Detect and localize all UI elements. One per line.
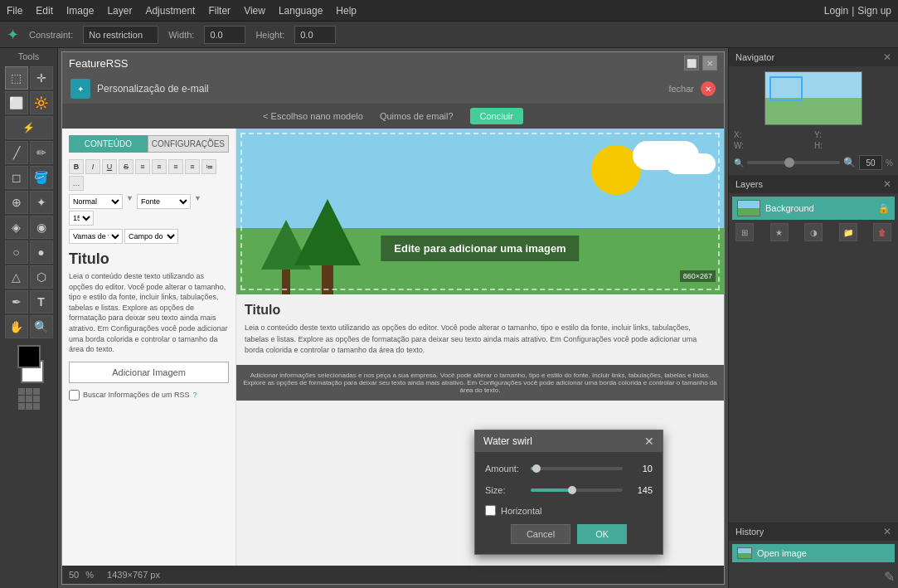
size-thumb[interactable] — [568, 486, 576, 494]
dodge-tool[interactable]: ○ — [5, 241, 28, 264]
menu-image[interactable]: Image — [66, 5, 94, 17]
layer-fx-btn[interactable]: ★ — [770, 223, 789, 241]
email-close-text[interactable]: fechar — [668, 84, 694, 94]
step-1[interactable]: < Escolhso nano modelo — [263, 111, 363, 121]
zoom-thumb[interactable] — [784, 158, 794, 168]
constraint-select[interactable]: No restriction — [83, 26, 158, 44]
conclude-button[interactable]: Concluir — [470, 108, 523, 124]
tab-config[interactable]: CONFIGURAÇÕES — [148, 135, 229, 153]
align-justify-btn[interactable]: ≡ — [185, 159, 200, 174]
add-image-button[interactable]: Adicionar Imagem — [69, 362, 229, 383]
marquee-tool[interactable]: ⬜ — [5, 91, 28, 114]
x-label: X: — [734, 130, 745, 139]
align-left-btn[interactable]: ≡ — [135, 159, 150, 174]
ok-button[interactable]: OK — [577, 524, 627, 544]
amount-thumb[interactable] — [532, 464, 541, 473]
horizontal-row: Horizontal — [485, 505, 653, 516]
wand-tool[interactable]: ⚡ — [5, 116, 53, 139]
layer-blend-btn[interactable]: ⊞ — [735, 223, 754, 241]
heal-tool[interactable]: ✦ — [30, 191, 53, 214]
navigator-close-btn[interactable]: ✕ — [883, 51, 891, 63]
menu-language[interactable]: Language — [279, 5, 323, 17]
menu-help[interactable]: Help — [336, 5, 357, 17]
text-tool[interactable]: T — [30, 290, 53, 313]
menu-login[interactable]: Login — [824, 5, 848, 17]
align-center-btn[interactable]: ≡ — [152, 159, 167, 174]
layers-close-btn[interactable]: ✕ — [883, 178, 891, 190]
email-close-btn[interactable]: ✕ — [701, 81, 716, 96]
history-header: History ✕ — [729, 522, 898, 541]
foreground-color[interactable] — [17, 345, 41, 368]
step-2[interactable]: Quimos de email? — [380, 111, 454, 121]
lasso-tool[interactable]: 🔆 — [30, 91, 53, 114]
fill-tool[interactable]: 🪣 — [30, 166, 53, 189]
tree-2 — [294, 199, 361, 294]
dialog-header: Water swirl ✕ — [475, 430, 663, 452]
navigator-zoom: 🔍 🔍 % — [734, 155, 893, 170]
right-panel: Navigator ✕ X: Y: W: H: 🔍 🔍 — [728, 48, 898, 588]
var-select-1[interactable]: Vamas de variáves — [69, 229, 123, 244]
layer-delete-btn[interactable]: 🗑 — [873, 223, 891, 241]
underline-btn[interactable]: U — [102, 159, 117, 174]
rss-help-icon[interactable]: ? — [193, 391, 197, 399]
email-scene: Edite para adicionar uma imagem 860×267 — [236, 129, 724, 294]
window-restore-btn[interactable]: ⬜ — [684, 56, 699, 70]
history-close-btn[interactable]: ✕ — [883, 526, 891, 537]
formatting-row-3: Vamas de variáves Campo do variáve — [69, 229, 229, 244]
dialog-close-btn[interactable]: ✕ — [644, 435, 654, 448]
bold-btn[interactable]: B — [69, 159, 84, 174]
more-btn[interactable]: … — [69, 176, 84, 191]
menu-layer[interactable]: Layer — [107, 5, 132, 17]
font-name-select[interactable]: Fonte — [137, 194, 191, 209]
height-label: Height: — [255, 30, 284, 40]
menu-adjustment[interactable]: Adjustment — [145, 5, 195, 17]
italic-btn[interactable]: I — [85, 159, 100, 174]
rss-checkbox[interactable] — [69, 390, 80, 401]
blur-tool[interactable]: ◉ — [30, 216, 53, 239]
strikethrough-btn[interactable]: S — [119, 159, 133, 174]
font-size-select[interactable]: 15 — [69, 211, 94, 226]
zoom-input[interactable] — [859, 155, 882, 170]
menu-file[interactable]: File — [7, 5, 22, 17]
zoom-value: 50 — [69, 570, 79, 580]
move-tool[interactable]: ✛ — [30, 66, 53, 90]
navigator-coords: X: Y: W: H: — [734, 130, 893, 150]
layer-mask-btn[interactable]: ◑ — [804, 223, 823, 241]
align-right-btn[interactable]: ≡ — [168, 159, 183, 174]
layer-group-btn[interactable]: 📁 — [839, 223, 857, 241]
zoom-tool[interactable]: 🔍 — [30, 315, 53, 338]
burn-tool[interactable]: ● — [30, 241, 53, 264]
zoom-track[interactable] — [747, 161, 840, 164]
history-edit-icon[interactable]: ✎ — [884, 569, 895, 585]
tab-content[interactable]: CONTEÚDO — [69, 135, 148, 153]
gradient-tool[interactable]: △ — [5, 265, 28, 289]
eraser-tool[interactable]: ◻ — [5, 166, 28, 189]
horizontal-checkbox[interactable] — [485, 505, 496, 516]
pencil-tool[interactable]: ✏ — [30, 141, 53, 164]
layer-background[interactable]: Background 🔒 — [732, 197, 895, 220]
window-close-btn[interactable]: ✕ — [702, 56, 717, 70]
list-btn[interactable]: ≔ — [201, 159, 216, 174]
hand-tool[interactable]: ✋ — [5, 315, 28, 338]
cloud-2 — [666, 153, 716, 174]
cancel-button[interactable]: Cancel — [511, 524, 570, 544]
var-select-2[interactable]: Campo do variáve — [124, 229, 178, 244]
brush-tool[interactable]: ╱ — [5, 141, 28, 164]
pen-tool[interactable]: ✒ — [5, 290, 28, 313]
y-label: Y: — [814, 130, 826, 139]
width-input[interactable]: 0.0 — [204, 26, 245, 44]
history-open-image[interactable]: Open image — [732, 544, 895, 562]
font-family-select[interactable]: Normal — [69, 194, 123, 209]
select-tool[interactable]: ⬚ — [5, 66, 28, 90]
zoom-unit: % — [85, 570, 94, 580]
clone-tool[interactable]: ⊕ — [5, 191, 28, 214]
preview-content: Titulo Leia o conteúdo deste texto utili… — [236, 294, 724, 365]
menu-signup[interactable]: Sign up — [857, 5, 891, 17]
menu-filter[interactable]: Filter — [208, 5, 231, 17]
shape-tool[interactable]: ⬡ — [30, 265, 53, 289]
amount-value: 10 — [628, 464, 653, 474]
height-input[interactable]: 0.0 — [294, 26, 336, 44]
smudge-tool[interactable]: ◈ — [5, 216, 28, 239]
menu-view[interactable]: View — [244, 5, 265, 17]
menu-edit[interactable]: Edit — [36, 5, 53, 17]
